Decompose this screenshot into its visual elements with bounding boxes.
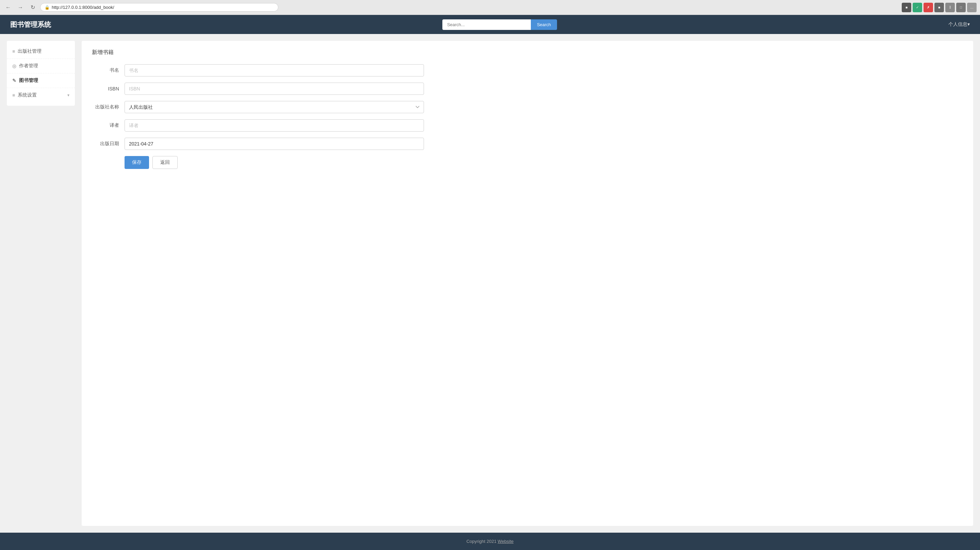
sidebar-item-book[interactable]: ✎ 图书管理 <box>7 73 75 88</box>
back-button[interactable]: ← <box>3 3 13 12</box>
select-publisher[interactable]: 人民出版社 <box>124 101 424 113</box>
forward-button[interactable]: → <box>16 3 25 12</box>
list-icon-settings: ≡ <box>12 92 15 98</box>
main-content: ≡ 出版社管理 ◎ 作者管理 ✎ 图书管理 ≡ 系统设置 ▾ 新增书籍 书名 <box>0 34 980 533</box>
browser-chrome: ← → ↻ 🔒 http://127.0.0.1:8000/add_book/ … <box>0 0 980 15</box>
sidebar-item-settings[interactable]: ≡ 系统设置 ▾ <box>7 88 75 102</box>
label-publisher: 出版社名称 <box>92 104 119 110</box>
footer: Copyright 2021 Website <box>0 533 980 550</box>
ext-icon-3[interactable]: ✗ <box>924 3 933 12</box>
lock-icon: 🔒 <box>45 5 50 10</box>
sidebar-label-settings: 系统设置 <box>18 92 65 98</box>
input-pub-date[interactable] <box>124 138 424 150</box>
sidebar-item-author[interactable]: ◎ 作者管理 <box>7 59 75 73</box>
back-button-form[interactable]: 返回 <box>153 156 178 169</box>
label-translator: 译者 <box>92 122 119 128</box>
search-input[interactable] <box>442 19 531 30</box>
footer-link[interactable]: Website <box>498 539 514 544</box>
sidebar-item-publisher[interactable]: ≡ 出版社管理 <box>7 44 75 59</box>
ext-icon-1[interactable]: ■ <box>902 3 911 12</box>
form-row-isbn: ISBN <box>92 82 963 95</box>
form-row-publisher: 出版社名称 人民出版社 <box>92 101 963 113</box>
refresh-button[interactable]: ↻ <box>28 3 37 12</box>
form-row-translator: 译者 <box>92 119 963 132</box>
circle-icon-author: ◎ <box>12 63 16 69</box>
navbar-brand: 图书管理系统 <box>10 20 51 29</box>
chevron-down-icon: ▾ <box>67 93 69 98</box>
form-buttons: 保存 返回 <box>124 156 963 169</box>
form-title: 新增书籍 <box>92 49 963 56</box>
user-menu[interactable]: 个人信息▾ <box>948 21 970 27</box>
input-translator[interactable] <box>124 119 424 132</box>
input-isbn[interactable] <box>124 82 424 95</box>
pencil-icon-book: ✎ <box>12 78 16 83</box>
ext-icon-7[interactable]: … <box>967 3 977 12</box>
save-button[interactable]: 保存 <box>124 156 149 169</box>
footer-text: Copyright 2021 <box>466 539 498 544</box>
list-icon-publisher: ≡ <box>12 49 15 54</box>
ext-icon-4[interactable]: ■ <box>934 3 944 12</box>
label-isbn: ISBN <box>92 86 119 92</box>
app-wrapper: 图书管理系统 Search 个人信息▾ ≡ 出版社管理 ◎ 作者管理 ✎ 图书管… <box>0 15 980 550</box>
sidebar-label-author: 作者管理 <box>19 63 69 69</box>
ext-icon-6[interactable]: □ <box>956 3 966 12</box>
label-book-name: 书名 <box>92 67 119 73</box>
label-pub-date: 出版日期 <box>92 141 119 147</box>
input-book-name[interactable] <box>124 64 424 76</box>
address-bar[interactable]: 🔒 http://127.0.0.1:8000/add_book/ <box>40 3 278 11</box>
sidebar-label-publisher: 出版社管理 <box>18 48 69 54</box>
browser-extensions: ■ ✓ ✗ ■ ↧ □ … <box>902 3 977 12</box>
sidebar: ≡ 出版社管理 ◎ 作者管理 ✎ 图书管理 ≡ 系统设置 ▾ <box>7 41 75 106</box>
ext-icon-2[interactable]: ✓ <box>913 3 922 12</box>
url-text: http://127.0.0.1:8000/add_book/ <box>52 5 115 10</box>
ext-icon-5[interactable]: ↧ <box>945 3 955 12</box>
navbar: 图书管理系统 Search 个人信息▾ <box>0 15 980 34</box>
search-button[interactable]: Search <box>531 19 557 30</box>
form-row-pub-date: 出版日期 <box>92 138 963 150</box>
form-panel: 新增书籍 书名 ISBN 出版社名称 人民出版社 译者 <box>82 41 973 526</box>
form-row-book-name: 书名 <box>92 64 963 76</box>
navbar-search: Search <box>442 19 557 30</box>
sidebar-label-book: 图书管理 <box>19 78 69 84</box>
